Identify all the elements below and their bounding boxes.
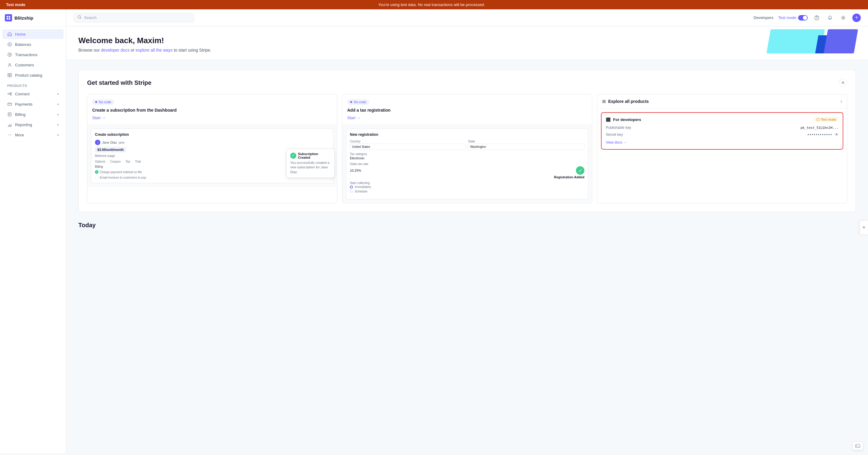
secret-key-row: Secret key •••••••••••• 👁 — [606, 132, 838, 137]
country-value: United States — [352, 145, 370, 148]
test-mode-badge-label: Test mode — [821, 118, 836, 121]
tax-card-header: No code Add a tax registration Start → — [342, 94, 592, 125]
schedule-radio[interactable]: Schedule — [350, 190, 584, 193]
get-started-title: Get started with Stripe — [87, 79, 151, 86]
tax-card-title: Add a tax registration — [347, 108, 587, 113]
test-mode-toggle-area: Test mode — [778, 15, 808, 21]
edge-add-button[interactable]: + — [860, 220, 868, 235]
publishable-key-label: Publishable key — [606, 125, 631, 130]
sidebar-item-transactions[interactable]: Transactions — [2, 50, 64, 59]
no-code-dot — [95, 101, 97, 103]
tax-category-label: Tax category — [350, 152, 584, 156]
chevron-down-icon: ▾ — [57, 123, 59, 126]
product-icon — [7, 73, 12, 78]
billing-option-2-label: Email invoices to customers to pay — [100, 176, 146, 179]
test-mode-toggle-label: Test mode — [778, 16, 796, 20]
secret-key-label: Secret key — [606, 133, 623, 137]
logo-icon — [5, 14, 12, 22]
view-docs-link[interactable]: View docs → — [606, 140, 627, 144]
sidebar-item-reporting[interactable]: Reporting ▾ — [2, 120, 64, 130]
billing-option-1-label: Charge payment method on file — [100, 170, 142, 174]
sidebar-item-customers-label: Customers — [15, 63, 34, 67]
svg-point-11 — [8, 93, 9, 94]
get-started-section: Get started with Stripe ✕ No code Create… — [79, 70, 856, 212]
no-code-badge: No code — [92, 99, 114, 105]
check-icon: ✓ — [95, 170, 98, 174]
state-select[interactable]: Washington — [468, 144, 584, 150]
test-banner: Test mode You're using test data. No rea… — [0, 0, 868, 9]
subscription-card: No code Create a subscription from the D… — [87, 94, 337, 203]
immediately-radio[interactable]: Immediately — [350, 185, 584, 189]
test-mode-toggle[interactable] — [798, 15, 808, 21]
main-body: Get started with Stripe ✕ No code Create… — [66, 60, 868, 238]
developer-card-wrapper: ⬛ For developers Test mode Pub — [597, 112, 847, 150]
explore-ways-link[interactable]: explore all the ways — [135, 48, 173, 53]
add-button[interactable]: + — [852, 13, 861, 22]
price-badge: $3.00/unit/month — [95, 147, 126, 152]
sidebar-item-payments[interactable]: Payments ▾ — [2, 99, 64, 109]
sidebar-item-payments-label: Payments — [15, 102, 33, 107]
search-bar[interactable]: Search — [73, 13, 194, 22]
tax-card-preview: New registration Country United States — [342, 125, 592, 203]
help-icon[interactable] — [812, 13, 821, 22]
explore-card-header[interactable]: ⊞ Explore all products › — [597, 94, 847, 109]
no-code-label-2: No code — [354, 100, 366, 104]
sidebar-item-balances[interactable]: Balances — [2, 39, 64, 49]
svg-point-12 — [10, 92, 11, 93]
developer-card: ⬛ For developers Test mode Pub — [601, 112, 843, 150]
company-name: Blitzship — [14, 16, 33, 21]
tax-preview-form: New registration Country United States — [346, 129, 588, 199]
explore-products-title: ⊞ Explore all products — [602, 99, 649, 104]
options-label: Options — [95, 160, 105, 163]
eye-icon[interactable]: 👁 — [835, 133, 838, 137]
developers-link[interactable]: Developers — [753, 16, 773, 20]
sidebar-item-product-catalog[interactable]: Product catalog — [2, 70, 64, 80]
main-content: Search Developers Test mode + — [66, 9, 868, 453]
sidebar-item-customers[interactable]: Customers — [2, 60, 64, 70]
notifications-icon[interactable] — [826, 13, 834, 22]
header: Search Developers Test mode + — [66, 9, 868, 26]
balances-icon — [7, 42, 12, 47]
registration-added-check: ✓ — [576, 166, 584, 175]
get-started-header: Get started with Stripe ✕ — [87, 79, 847, 87]
page-subtitle: Browse our developer docs or explore all… — [79, 48, 856, 53]
sidebar-logo[interactable]: Blitzship — [0, 14, 66, 27]
sidebar-item-reporting-label: Reporting — [15, 122, 32, 127]
svg-point-16 — [8, 135, 9, 135]
tax-registration-card: No code Add a tax registration Start → N… — [342, 94, 592, 203]
no-code-label: No code — [99, 100, 111, 104]
settings-icon[interactable] — [839, 13, 847, 22]
tax-start-link[interactable]: Start → — [347, 116, 361, 120]
page-title: Welcome back, Maxim! — [79, 36, 856, 45]
close-button[interactable]: ✕ — [839, 79, 847, 87]
sidebar-item-connect[interactable]: Connect ▾ — [2, 89, 64, 99]
svg-rect-1 — [9, 16, 10, 18]
terminal-icon[interactable] — [852, 442, 863, 450]
sidebar-item-connect-label: Connect — [15, 92, 30, 96]
sidebar: Blitzship Home Balances Transactions Cus… — [0, 9, 66, 453]
sidebar-item-billing[interactable]: Billing ▾ — [2, 110, 64, 119]
search-icon — [78, 15, 82, 20]
sidebar-item-balances-label: Balances — [15, 42, 31, 47]
new-registration-title: New registration — [350, 133, 584, 137]
subscription-success-toast: ✓ Subscription Created You successfully … — [286, 149, 335, 178]
svg-rect-14 — [8, 103, 11, 106]
country-select[interactable]: United States — [350, 144, 466, 150]
main-header-area: Welcome back, Maxim! Browse our develope… — [66, 26, 868, 60]
developer-docs-link[interactable]: developer docs — [101, 48, 130, 53]
state-label: State — [468, 140, 584, 143]
subtitle-end: to start using Stripe. — [174, 48, 212, 53]
header-right: Developers Test mode + — [753, 13, 861, 22]
sidebar-item-billing-label: Billing — [15, 112, 26, 117]
sales-tax-row: Sales tax rate 10.25% ✓ Registration Add… — [350, 162, 584, 179]
tax-label: Tax — [126, 160, 130, 163]
publishable-key-row: Publishable key pk_test_51LGhnJH... — [606, 125, 838, 130]
sidebar-item-home[interactable]: Home — [2, 29, 64, 39]
chevron-down-icon: ▾ — [57, 113, 59, 116]
search-placeholder: Search — [84, 16, 96, 20]
sidebar-item-more[interactable]: More ▾ — [2, 130, 64, 140]
more-icon — [7, 133, 12, 137]
subscription-start-link[interactable]: Start → — [92, 116, 105, 120]
country-state-selects: Country United States State — [350, 140, 584, 150]
connect-icon — [7, 91, 12, 96]
